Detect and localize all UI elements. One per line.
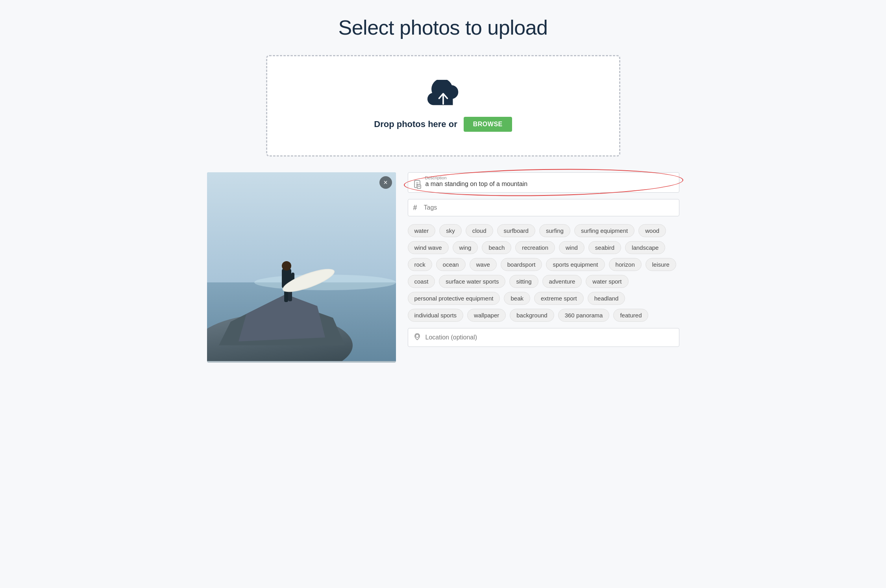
svg-point-10 (282, 261, 291, 271)
tag-pill[interactable]: horizon (609, 258, 642, 271)
drop-text: Drop photos here or (374, 119, 457, 129)
upload-dropzone[interactable]: Drop photos here or BROWSE (266, 55, 620, 157)
tag-pill[interactable]: personal protective equipment (408, 292, 500, 305)
tag-pill[interactable]: ocean (436, 258, 466, 271)
tag-pill[interactable]: wave (470, 258, 497, 271)
remove-photo-button[interactable]: × (379, 176, 392, 189)
form-area: Description # waterskycloudsurfboardsurf… (408, 172, 679, 347)
browse-button[interactable]: BROWSE (464, 117, 512, 132)
upload-cloud-icon (425, 80, 461, 107)
tag-pill[interactable]: wood (638, 224, 666, 237)
location-field-container (408, 328, 679, 347)
tag-pill[interactable]: adventure (542, 275, 582, 288)
tag-pill[interactable]: leisure (646, 258, 676, 271)
tags-input-container: # (408, 199, 679, 216)
hashtag-icon: # (413, 204, 417, 212)
tag-pill[interactable]: extreme sport (534, 292, 584, 305)
page-title: Select photos to upload (8, 16, 878, 39)
photo-preview: × (207, 172, 396, 363)
location-input[interactable] (408, 328, 679, 347)
tag-pill[interactable]: beak (504, 292, 530, 305)
tag-pill[interactable]: individual sports (408, 309, 464, 322)
tag-pill[interactable]: water sport (586, 275, 628, 288)
tag-pill[interactable]: surfing equipment (574, 224, 634, 237)
tag-pill[interactable]: wind (559, 241, 585, 254)
tag-pill[interactable]: surfboard (497, 224, 535, 237)
tag-pill[interactable]: wallpaper (467, 309, 506, 322)
tag-pill[interactable]: wing (453, 241, 478, 254)
tag-pill[interactable]: cloud (466, 224, 493, 237)
tag-pill[interactable]: headland (588, 292, 625, 305)
tag-pill[interactable]: background (510, 309, 554, 322)
tag-pill[interactable]: surfing (539, 224, 570, 237)
tag-pill[interactable]: water (408, 224, 436, 237)
description-icon (413, 180, 422, 190)
tag-pill[interactable]: recreation (515, 241, 555, 254)
location-icon (413, 333, 421, 342)
tag-pill[interactable]: wind wave (408, 241, 449, 254)
tag-pill[interactable]: rock (408, 258, 432, 271)
tag-pill[interactable]: sky (439, 224, 462, 237)
tag-pill[interactable]: featured (613, 309, 648, 322)
tag-pill[interactable]: surface water sports (439, 275, 505, 288)
tag-pill[interactable]: seabird (588, 241, 621, 254)
tag-pill[interactable]: landscape (625, 241, 665, 254)
tag-pill[interactable]: boardsport (501, 258, 542, 271)
tag-pill[interactable]: beach (482, 241, 511, 254)
content-area: × (207, 172, 679, 363)
photo-image (207, 172, 396, 361)
tag-pill[interactable]: sitting (509, 275, 538, 288)
svg-point-20 (416, 334, 419, 337)
tags-cloud: waterskycloudsurfboardsurfingsurfing equ… (408, 224, 679, 322)
description-input[interactable] (408, 172, 679, 193)
tag-pill[interactable]: sports equipment (546, 258, 605, 271)
tag-pill[interactable]: 360 panorama (558, 309, 610, 322)
description-field-container: Description (408, 172, 679, 193)
tag-pill[interactable]: coast (408, 275, 435, 288)
tags-input[interactable] (408, 199, 679, 216)
